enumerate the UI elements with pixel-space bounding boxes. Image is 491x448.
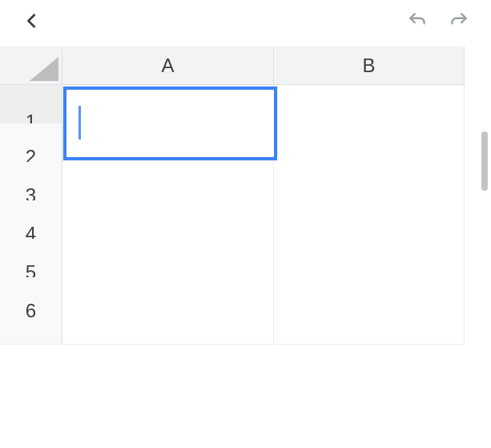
vertical-scrollbar[interactable]: [481, 131, 488, 191]
column-header-b[interactable]: B: [274, 46, 465, 85]
cell-b6[interactable]: [274, 277, 465, 345]
spreadsheet: A B 1 2 3 4 5 6: [0, 46, 491, 316]
toolbar-right: [404, 8, 472, 34]
redo-icon: [449, 10, 469, 31]
chevron-left-icon: [23, 12, 41, 30]
toolbar-left: [19, 8, 45, 34]
undo-button[interactable]: [404, 8, 430, 34]
undo-icon: [407, 10, 428, 31]
select-all-corner[interactable]: [0, 46, 62, 85]
text-cursor: [78, 106, 81, 139]
row-header-6[interactable]: 6: [0, 277, 62, 345]
toolbar: [0, 0, 491, 42]
redo-button[interactable]: [446, 8, 472, 34]
grid: A B 1 2 3 4 5 6: [0, 46, 491, 316]
column-header-a[interactable]: A: [62, 46, 274, 85]
cell-a6[interactable]: [62, 277, 274, 345]
back-button[interactable]: [19, 8, 45, 34]
